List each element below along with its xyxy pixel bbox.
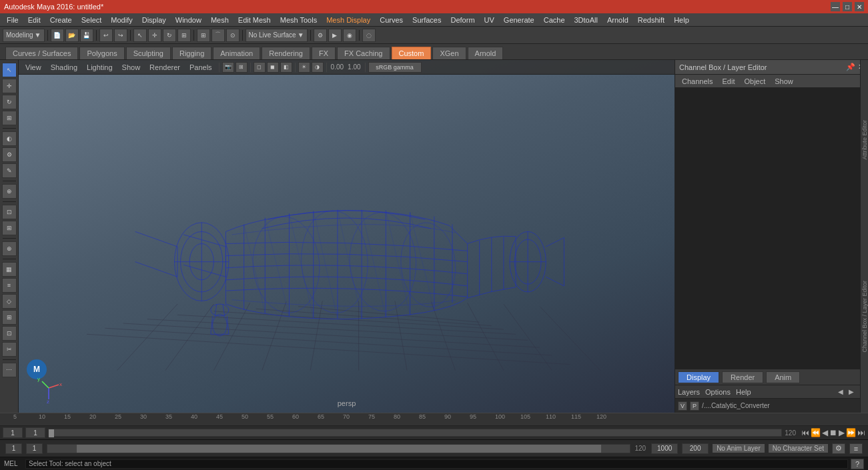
tab-xgen[interactable]: XGen [432,47,466,59]
snap-curve-btn[interactable]: ⌒ [211,29,225,42]
select-tool-left[interactable]: ↖ [2,63,17,77]
step-back-btn[interactable]: ⏪ [811,428,821,437]
menu-deform[interactable]: Deform [446,15,478,25]
menu-curves[interactable]: Curves [376,15,407,25]
select-tool-btn[interactable]: ↖ [133,29,147,42]
timeline-slider[interactable] [48,429,782,437]
ipr-btn[interactable]: ◉ [343,29,356,42]
render-btn[interactable]: ▶ [328,29,342,42]
menu-edit[interactable]: Edit [24,15,45,25]
status-frame2-input[interactable] [26,443,43,454]
menu-help[interactable]: Help [670,15,693,25]
close-button[interactable]: ✕ [855,2,864,11]
menu-surfaces[interactable]: Surfaces [408,15,445,25]
tab-rendering[interactable]: Rendering [262,47,310,59]
redo-btn[interactable]: ↪ [114,29,127,42]
channel-box-strip-label[interactable]: Channel Box / Layer Editor [861,281,868,353]
cb-menu-show[interactable]: Show [771,76,797,87]
minimize-button[interactable]: — [831,2,840,11]
maximize-button[interactable]: □ [843,2,852,11]
menu-mesh-tools[interactable]: Mesh Tools [276,15,321,25]
tab-fx-caching[interactable]: FX Caching [337,47,390,59]
cb-menu-object[interactable]: Object [740,76,769,87]
channel-box-pin-btn[interactable]: 📌 [846,63,855,71]
menu-window[interactable]: Window [171,15,205,25]
menu-cache[interactable]: Cache [540,15,569,25]
menu-redshift[interactable]: Redshift [634,15,669,25]
tool-settings-btn[interactable]: ⚙ [2,147,17,162]
menu-uv[interactable]: UV [480,15,498,25]
vp-flat-shade-btn[interactable]: ◧ [280,62,292,73]
timeline-playhead[interactable] [49,429,54,437]
paint-select-btn[interactable]: ✎ [2,163,17,178]
vp-smooth-shade-btn[interactable]: ◼ [267,62,279,73]
vp-menu-view[interactable]: View [21,62,45,73]
tab-animation[interactable]: Animation [213,47,260,59]
command-help-btn[interactable]: ? [851,459,864,469]
range-slider[interactable] [47,444,630,453]
save-btn[interactable]: 💾 [80,29,93,42]
vp-grid-btn[interactable]: ⊞ [236,62,248,73]
current-frame-input[interactable] [25,427,45,438]
modeling-toolkit-btn[interactable]: ⊕ [2,241,17,256]
show-manipulator-btn[interactable]: ⊡ [2,205,17,219]
tab-render[interactable]: Render [722,371,763,383]
layer-playback-btn[interactable]: P [690,401,699,411]
move-tool-left[interactable]: ✛ [2,79,17,93]
range-end-input[interactable] [651,443,678,454]
snap-point-btn[interactable]: ⊙ [226,29,240,42]
render-settings-btn[interactable]: ⚙ [314,29,327,42]
scale-tool-left[interactable]: ⊞ [2,111,17,125]
vp-lights-btn[interactable]: ☀ [298,62,310,73]
insert-edge-btn[interactable]: ⊡ [2,326,17,341]
menu-select[interactable]: Select [77,15,106,25]
tab-polygons[interactable]: Polygons [79,47,124,59]
module-dropdown[interactable]: Modeling ▼ [3,29,45,42]
vp-wireframe-btn[interactable]: ◻ [254,62,266,73]
command-input-area[interactable]: Select Tool: select an object [25,459,848,469]
no-live-surface-dropdown[interactable]: No Live Surface ▼ [246,29,308,42]
multi-cut-btn[interactable]: ✂ [2,342,17,357]
vp-menu-show[interactable]: Show [118,62,145,73]
no-character-set-btn[interactable]: No Character Set [769,444,828,453]
tab-curves-surfaces[interactable]: Curves / Surfaces [5,47,78,59]
bevel-btn[interactable]: ◇ [2,294,17,309]
menu-arnold[interactable]: Arnold [603,15,632,25]
menu-generate[interactable]: Generate [500,15,538,25]
rotate-tool-btn[interactable]: ↻ [163,29,176,42]
extrude-btn[interactable]: ⊞ [2,310,17,325]
timeline-ruler[interactable]: 5 10 15 20 25 30 35 40 45 50 55 60 65 70… [0,413,868,426]
xform-btn[interactable]: ⊞ [2,221,17,235]
tab-rigging[interactable]: Rigging [172,47,211,59]
attr-editor-strip-label[interactable]: Attribute Editor [861,120,868,160]
cb-menu-edit[interactable]: Edit [718,76,739,87]
tab-sculpting[interactable]: Sculpting [126,47,171,59]
crease-btn[interactable]: ≡ [2,278,17,293]
open-btn[interactable]: 📂 [65,29,79,42]
scale-tool-btn[interactable]: ⊞ [177,29,191,42]
silhouette-btn[interactable]: ◌ [362,29,376,42]
vp-shadow-btn[interactable]: ◑ [312,62,324,73]
menu-display[interactable]: Display [138,15,170,25]
tab-anim[interactable]: Anim [766,371,800,383]
main-viewport[interactable]: View Shading Lighting Show Renderer Pane… [19,60,675,413]
new-scene-btn[interactable]: 📄 [51,29,64,42]
menu-modify[interactable]: Modify [107,15,136,25]
options-menu[interactable]: Options [705,388,731,396]
rotate-tool-left[interactable]: ↻ [2,95,17,109]
menu-mesh[interactable]: Mesh [207,15,233,25]
menu-create[interactable]: Create [46,15,76,25]
vp-menu-lighting[interactable]: Lighting [83,62,117,73]
status-frame1-input[interactable] [5,443,22,454]
menu-edit-mesh[interactable]: Edit Mesh [234,15,275,25]
move-tool-btn[interactable]: ✛ [148,29,161,42]
menu-file[interactable]: File [3,15,23,25]
layer-scroll-left[interactable]: ◀ [838,388,843,395]
snap-btn[interactable]: ⊕ [2,184,17,199]
undo-btn[interactable]: ↩ [99,29,113,42]
vp-camera-btn[interactable]: 📷 [222,62,234,73]
cb-menu-channels[interactable]: Channels [678,76,717,87]
step-forward-btn[interactable]: ⏩ [846,428,856,437]
layer-visibility-btn[interactable]: V [678,401,687,411]
start-frame-input[interactable] [3,427,23,438]
